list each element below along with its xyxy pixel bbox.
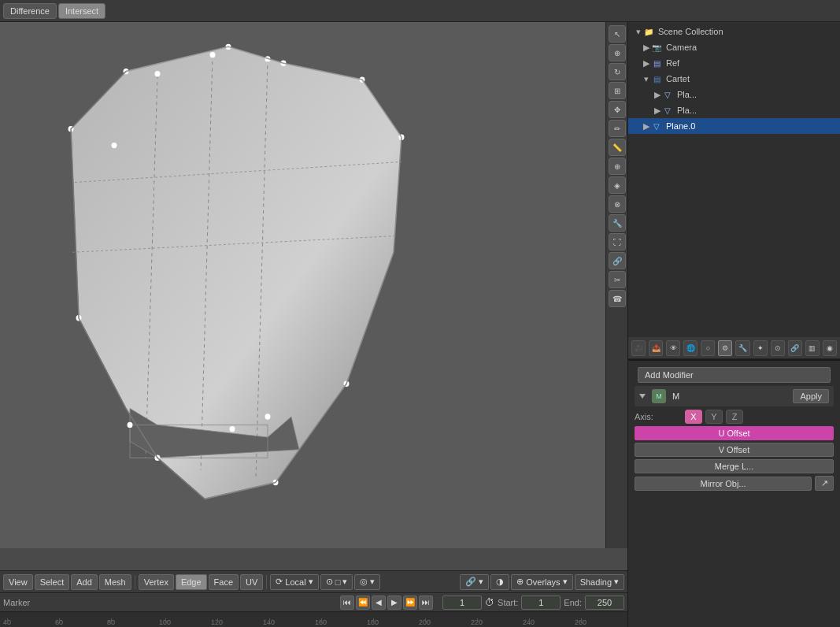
add-button[interactable]: Add xyxy=(71,574,98,590)
start-frame-field[interactable]: 1 xyxy=(521,595,561,610)
tool-move-icon[interactable]: ⊕ xyxy=(609,44,626,61)
tool-cursor-icon[interactable]: ↖ xyxy=(609,25,626,43)
proportional-chevron-icon: ▾ xyxy=(370,577,375,587)
vertex-button[interactable]: Vertex xyxy=(139,574,174,590)
tool-extra1-icon[interactable]: ◈ xyxy=(609,176,626,194)
uv-button[interactable]: UV xyxy=(240,574,263,590)
svg-point-17 xyxy=(265,414,270,419)
modifier-type-letter: M xyxy=(656,392,662,400)
outliner-item-camera[interactable]: ▶ 📷 Camera xyxy=(628,39,840,55)
3d-viewport-svg xyxy=(0,22,627,548)
mirror-obj-row: Mirror Obj... ↗ xyxy=(635,476,834,491)
mirror-object-button[interactable]: Mirror Obj... xyxy=(635,477,812,491)
props-output-icon[interactable]: 📤 xyxy=(649,340,663,356)
cartet-icon: ▤ xyxy=(650,72,663,85)
merge-limit-button[interactable]: Merge L... xyxy=(635,459,834,473)
props-view-icon[interactable]: 👁 xyxy=(666,340,680,356)
axis-y-button[interactable]: Y xyxy=(705,410,723,424)
tool-extra4-icon[interactable]: ⛶ xyxy=(609,233,626,250)
modifier-name-label: M xyxy=(672,391,790,401)
svg-point-15 xyxy=(128,422,132,427)
intersect-button[interactable]: Intersect xyxy=(58,3,105,19)
difference-button[interactable]: Difference xyxy=(3,3,57,19)
tool-extra5-icon[interactable]: 🔗 xyxy=(609,252,626,269)
outliner-item-scene-collection[interactable]: ▾ 📁 Scene Collection xyxy=(628,24,840,39)
mirror-extra-button[interactable]: ↗ xyxy=(815,476,834,491)
gizmo-dropdown[interactable]: 🔗 ▾ xyxy=(460,574,489,590)
props-particles-icon[interactable]: ✦ xyxy=(753,340,768,356)
scene-collection-label: Scene Collection xyxy=(658,27,723,36)
add-modifier-label: Add Modifier xyxy=(645,370,694,380)
outliner-item-plane3[interactable]: ▶ ▽ Plane.0 xyxy=(628,118,840,134)
proportional-dropdown[interactable]: ◎ ▾ xyxy=(354,574,380,590)
mesh-button[interactable]: Mesh xyxy=(99,574,131,590)
tool-rotate-icon[interactable]: ↻ xyxy=(609,63,626,80)
face-button[interactable]: Face xyxy=(209,574,239,590)
current-frame-field[interactable]: 1 xyxy=(442,595,482,610)
outliner-item-plane1[interactable]: ▶ ▽ Pla... xyxy=(628,87,840,102)
v-offset-button[interactable]: V Offset xyxy=(635,443,834,457)
tool-extra3-icon[interactable]: 🔧 xyxy=(609,214,626,232)
props-material-icon[interactable]: ◉ xyxy=(823,340,837,356)
edge-button[interactable]: Edge xyxy=(176,574,207,590)
timeline-ruler[interactable]: 40 60 80 100 120 140 160 180 200 220 240… xyxy=(0,612,627,627)
overlays-icon: ⊕ xyxy=(516,577,524,587)
snap-mode-icon: □ xyxy=(335,577,341,587)
shading-chevron-icon: ▾ xyxy=(614,577,619,587)
shading-dropdown[interactable]: Shading ▾ xyxy=(575,574,624,590)
props-world-icon[interactable]: ○ xyxy=(701,340,715,356)
tool-measure-icon[interactable]: 📏 xyxy=(609,139,626,156)
ruler-tick-140: 140 xyxy=(263,618,275,627)
props-physics-icon[interactable]: ⊙ xyxy=(771,340,785,356)
add-modifier-button[interactable]: Add Modifier xyxy=(638,367,831,383)
axis-label: Axis: xyxy=(635,412,682,421)
axis-x-button[interactable]: X xyxy=(685,410,702,424)
props-modifier-icon[interactable]: 🔧 xyxy=(735,340,749,356)
step-forward-button[interactable]: ⏩ xyxy=(403,595,417,610)
overlays-label: Overlays xyxy=(526,577,560,587)
axis-z-button[interactable]: Z xyxy=(726,410,743,424)
props-object-icon[interactable]: ⚙ xyxy=(718,340,732,356)
ruler-tick-80: 80 xyxy=(107,618,115,627)
overlays-dropdown[interactable]: ⊕ Overlays ▾ xyxy=(511,574,572,590)
end-frame-field[interactable]: 250 xyxy=(585,595,624,610)
snap-dropdown[interactable]: ⊙ □ ▾ xyxy=(320,574,353,590)
step-back-button[interactable]: ⏪ xyxy=(356,595,370,610)
props-constraints-icon[interactable]: 🔗 xyxy=(788,340,802,356)
outliner-item-ref[interactable]: ▶ ▤ Ref xyxy=(628,55,840,71)
u-offset-button[interactable]: U Offset xyxy=(635,426,834,440)
play-button[interactable]: ▶ xyxy=(387,595,401,610)
outliner-tree: ▾ 📁 Scene Collection ▶ 📷 Camera ▶ ▤ Ref … xyxy=(628,22,840,337)
outliner-item-plane2[interactable]: ▶ ▽ Pla... xyxy=(628,102,840,118)
view-button[interactable]: View xyxy=(3,574,33,590)
tool-scale-icon[interactable]: ⊞ xyxy=(609,82,626,99)
tool-transform-icon[interactable]: ✥ xyxy=(609,101,626,118)
left-sidebar-tools: ↖ ⊕ ↻ ⊞ ✥ ✏ 📏 ⊕ ◈ ⊗ 🔧 ⛶ 🔗 ✂ ☎ xyxy=(605,22,627,548)
properties-header: 🎥 📤 👁 🌐 ○ ⚙ 🔧 ✦ ⊙ 🔗 ▥ ◉ xyxy=(628,337,840,359)
jump-start-button[interactable]: ⏮ xyxy=(340,595,354,610)
transform-space-dropdown[interactable]: ⟳ Local ▾ xyxy=(270,574,318,590)
apply-button[interactable]: Apply xyxy=(793,389,829,403)
plane1-icon: ▽ xyxy=(661,88,674,101)
scene-collection-icon: 📁 xyxy=(642,25,655,38)
tool-add-icon[interactable]: ⊕ xyxy=(609,158,626,175)
props-render-icon[interactable]: 🎥 xyxy=(631,340,646,356)
viewport: + xyxy=(0,22,627,548)
tool-extra2-icon[interactable]: ⊗ xyxy=(609,195,626,213)
outliner-item-cartet[interactable]: ▾ ▤ Cartet xyxy=(628,71,840,87)
plane3-label: Plane.0 xyxy=(666,121,695,131)
properties-panel: Add Modifier M M Apply Axis: X Y Z xyxy=(628,359,840,627)
jump-end-button[interactable]: ⏭ xyxy=(419,595,433,610)
ruler-tick-180: 180 xyxy=(367,618,379,627)
props-data-icon[interactable]: ▥ xyxy=(805,340,820,356)
tool-extra7-icon[interactable]: ☎ xyxy=(609,290,626,307)
tool-annotate-icon[interactable]: ✏ xyxy=(609,120,626,137)
ruler-tick-240: 240 xyxy=(523,618,535,627)
select-button[interactable]: Select xyxy=(35,574,70,590)
tool-extra6-icon[interactable]: ✂ xyxy=(609,271,626,288)
ruler-tick-220: 220 xyxy=(471,618,483,627)
viewport-shading-solid[interactable]: ◑ xyxy=(490,574,509,590)
play-back-button[interactable]: ◀ xyxy=(372,595,386,610)
props-scene-icon[interactable]: 🌐 xyxy=(683,340,698,356)
modifier-type-icon: M xyxy=(652,389,666,403)
